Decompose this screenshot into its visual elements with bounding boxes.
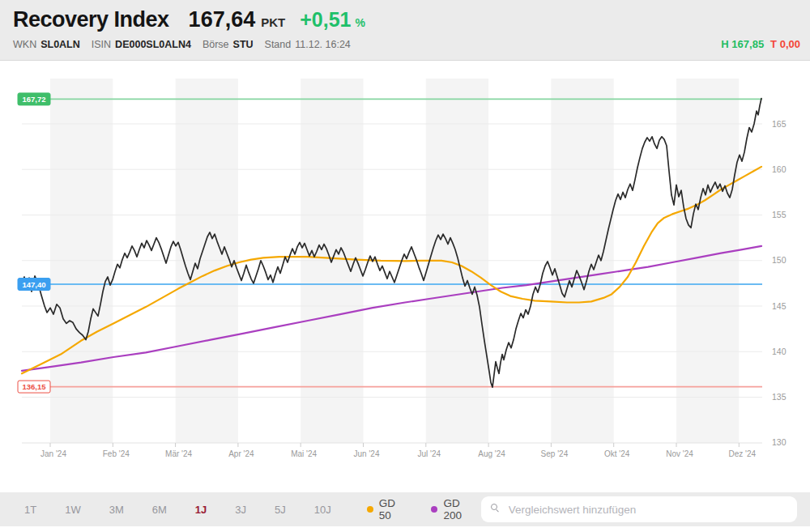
x-axis-label: Okt '24	[604, 449, 630, 458]
x-axis-label: Mai '24	[291, 449, 317, 458]
range-button-5j[interactable]: 5J	[273, 502, 288, 517]
legend-gd200[interactable]: GD 200	[431, 497, 480, 521]
x-axis-label: Mär '24	[165, 449, 192, 458]
y-axis-label: 135	[772, 392, 787, 402]
range-button-10j[interactable]: 10J	[313, 502, 333, 517]
y-axis-label: 155	[772, 210, 787, 219]
meta-stand: Stand11.12. 16:24	[265, 39, 351, 50]
y-axis-label: 150	[772, 255, 787, 265]
marker-pill-value: 136,15	[22, 382, 46, 391]
compare-search	[481, 496, 797, 522]
x-axis-label: Dez '24	[729, 449, 757, 458]
chart-canvas[interactable]: 165160155150145140135130Jan '24Feb '24Mä…	[0, 61, 810, 492]
x-axis-label: Jul '24	[418, 449, 441, 458]
meta-isin: ISINDE000SL0ALN4	[92, 39, 191, 50]
y-axis-label: 140	[772, 347, 787, 356]
x-axis-label: Jun '24	[354, 449, 380, 458]
x-axis-label: Feb '24	[103, 449, 130, 458]
day-high: H 167,85	[721, 38, 764, 50]
x-axis-label: Sep '24	[541, 449, 569, 458]
series-gd-50	[22, 167, 761, 373]
range-button-3j[interactable]: 3J	[233, 502, 248, 517]
bottom-toolbar: 1T 1W 3M 6M 1J 3J 5J 10J GD 50 GD 200	[0, 492, 810, 526]
page-title: Recovery Index	[13, 7, 169, 32]
current-price: 167,64	[189, 7, 256, 32]
compare-search-input[interactable]	[481, 496, 797, 522]
meta-wkn: WKNSL0ALN	[13, 39, 80, 50]
price-change: +0,51	[300, 8, 351, 32]
y-axis-label: 165	[772, 119, 787, 129]
title-row: Recovery Index 167,64 PKT +0,51 %	[13, 7, 365, 32]
x-axis-label: Apr '24	[228, 449, 254, 458]
legend: GD 50 GD 200	[367, 497, 481, 521]
y-axis-label: 130	[772, 437, 787, 447]
high-low-row: H 167,85 T 0,00	[721, 38, 800, 50]
header: Recovery Index 167,64 PKT +0,51 % WKNSL0…	[0, 0, 810, 61]
day-low: T 0,00	[770, 38, 800, 50]
x-axis-label: Nov '24	[666, 449, 693, 458]
range-selector: 1T 1W 3M 6M 1J 3J 5J 10J	[23, 502, 333, 517]
y-axis-label: 145	[772, 301, 787, 311]
series-gd-200	[22, 246, 761, 371]
legend-gd50[interactable]: GD 50	[367, 497, 411, 521]
meta-boerse: BörseSTU	[202, 39, 254, 50]
x-axis-label: Jan '24	[40, 449, 66, 458]
range-button-1w[interactable]: 1W	[63, 502, 83, 517]
marker-pill-value: 147,40	[22, 280, 45, 289]
price-unit: PKT	[261, 15, 285, 29]
range-button-1t[interactable]: 1T	[23, 502, 38, 517]
marker-pill-value: 167,72	[22, 95, 45, 104]
price-change-unit: %	[355, 16, 364, 29]
x-axis-label: Aug '24	[478, 449, 505, 458]
range-button-6m[interactable]: 6M	[151, 502, 168, 517]
range-button-3m[interactable]: 3M	[108, 502, 126, 517]
range-button-1j-active[interactable]: 1J	[194, 502, 208, 517]
gd50-dot-icon	[367, 506, 373, 513]
gd200-dot-icon	[431, 506, 437, 513]
y-axis-label: 160	[772, 164, 787, 174]
instrument-meta: WKNSL0ALN ISINDE000SL0ALN4 BörseSTU Stan…	[13, 39, 351, 50]
series-recovery-index	[22, 99, 761, 388]
